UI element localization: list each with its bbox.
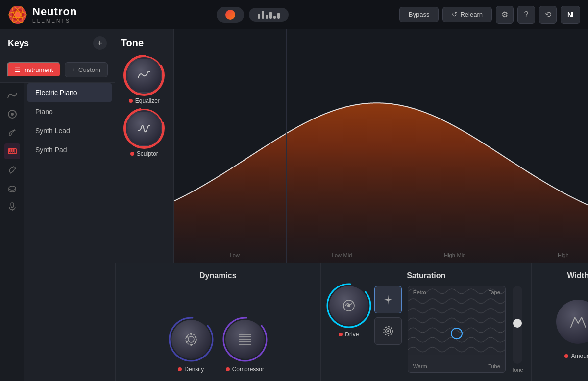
sidebar-icon-bass[interactable] [4, 162, 20, 178]
sculptor-knob[interactable] [126, 110, 162, 146]
width-title: Width [567, 271, 588, 280]
svg-point-24 [190, 333, 192, 335]
pill-bars-icon [258, 11, 280, 19]
link-button[interactable]: ⟲ [539, 6, 557, 24]
sat-cursor[interactable] [451, 328, 463, 339]
sat-labels-top: Retro Tape [408, 289, 505, 295]
tone-title: Tone [121, 37, 144, 48]
tab-instrument[interactable]: ☰ Instrument [7, 62, 61, 77]
bypass-button[interactable]: Bypass [399, 7, 439, 22]
dynamics-controls: Density [172, 286, 265, 373]
sat-type-btn-1[interactable] [374, 286, 402, 313]
drive-icon [341, 297, 357, 314]
sidebar-header: Keys + [0, 29, 115, 57]
svg-point-23 [195, 336, 196, 338]
width-panel: Width Amount [532, 263, 588, 381]
sidebar-item-electric-piano[interactable]: Electric Piano [27, 83, 112, 102]
drive-knob-wrap [329, 286, 368, 325]
svg-rect-14 [13, 149, 14, 152]
pill-dot-icon [225, 10, 235, 20]
sculptor-label-dot [130, 152, 134, 156]
equalizer-knob-inner [127, 59, 161, 92]
eq-icon [137, 68, 151, 83]
svg-point-7 [11, 113, 14, 116]
ni-logo: NI [561, 6, 580, 24]
equalizer-knob[interactable] [126, 57, 162, 94]
equalizer-knob-container: Equalizer [126, 57, 162, 104]
visualizer-pill-1[interactable] [217, 7, 244, 23]
equalizer-label: Equalizer [129, 97, 160, 104]
compressor-container: Compressor [225, 320, 265, 373]
sat-label-retro: Retro [413, 289, 426, 295]
freq-labels: Low Low-Mid High-Mid High [174, 252, 588, 258]
sidebar-item-piano[interactable]: Piano [27, 102, 112, 121]
tab-custom[interactable]: + Custom [65, 62, 107, 77]
dynamics-panel: Dynamics [115, 263, 321, 381]
eq-label-dot [129, 99, 133, 103]
add-instrument-button[interactable]: + [93, 36, 107, 50]
sidebar-icon-col [0, 83, 24, 381]
svg-point-36 [347, 304, 350, 307]
tone-slider[interactable] [513, 286, 522, 364]
plus-icon: + [72, 66, 76, 73]
density-container: Density [172, 320, 211, 373]
saturation-title: Saturation [407, 271, 445, 280]
tone-slider-label: Tone [512, 367, 523, 373]
app-name: Neutron [32, 5, 77, 18]
sculptor-label: Sculptor [130, 150, 158, 157]
amount-knob[interactable] [556, 300, 588, 344]
header-center [106, 7, 399, 23]
sidebar-icon-dial[interactable] [4, 106, 20, 122]
sidebar-icon-guitar[interactable] [4, 125, 20, 141]
svg-point-22 [186, 336, 188, 338]
sidebar-icon-drums[interactable] [4, 181, 20, 196]
width-controls: Amount [556, 286, 588, 373]
svg-point-27 [190, 344, 192, 346]
logo-text: Neutron ELEMENTS [32, 5, 77, 24]
sidebar-icon-eq[interactable] [4, 88, 20, 103]
relearn-button[interactable]: ↺ Relearn [442, 7, 492, 22]
sat-type-btn-2[interactable] [374, 317, 402, 345]
content-area: Tone [115, 29, 588, 381]
compressor-icon [237, 331, 253, 348]
drive-knob[interactable] [329, 286, 368, 325]
sculptor-icon [137, 121, 151, 136]
sidebar-icon-voice[interactable] [4, 199, 20, 215]
sidebar-body: Electric Piano Piano Synth Lead Synth Pa… [0, 83, 115, 381]
amount-label: Amount [564, 353, 588, 359]
help-button[interactable]: ? [517, 6, 535, 24]
tone-section: Tone [115, 29, 588, 263]
sidebar-list: Electric Piano Piano Synth Lead Synth Pa… [24, 83, 115, 381]
sidebar-item-synth-lead[interactable]: Synth Lead [27, 121, 112, 140]
sat-labels-bottom: Warm Tube [408, 363, 505, 369]
freq-label-low-mid: Low-Mid [332, 252, 352, 258]
saturation-content: Drive [329, 286, 523, 373]
relearn-label: Relearn [460, 11, 483, 18]
sculptor-knob-wrap [126, 110, 162, 146]
width-icon [569, 312, 588, 331]
sidebar-icon-piano[interactable] [4, 143, 20, 159]
density-knob[interactable] [172, 320, 211, 359]
visualizer-pill-2[interactable] [249, 8, 289, 22]
svg-rect-13 [11, 149, 12, 152]
settings-button[interactable]: ⚙ [496, 6, 514, 24]
freq-label-low: Low [230, 252, 240, 258]
header-right: Bypass ↺ Relearn ⚙ ? ⟲ NI [399, 6, 580, 24]
density-label: Density [178, 366, 204, 373]
compressor-label: Compressor [226, 366, 264, 373]
svg-point-20 [188, 336, 194, 342]
sat-sparkle-icon [381, 293, 395, 307]
density-icon [183, 331, 199, 348]
tone-slider-thumb [513, 319, 522, 328]
saturation-panel: Saturation [321, 263, 532, 381]
svg-point-26 [195, 341, 196, 343]
relearn-icon: ↺ [452, 11, 457, 18]
sat-label-warm: Warm [413, 363, 427, 369]
saturation-grid[interactable]: Retro Tape Warm Tube [408, 286, 506, 373]
sculptor-knob-inner [127, 112, 161, 145]
compressor-knob[interactable] [225, 320, 265, 359]
sidebar-title: Keys [8, 38, 29, 48]
main-layout: Keys + ☰ Instrument + Custom [0, 29, 588, 381]
sidebar-item-synth-pad[interactable]: Synth Pad [27, 141, 112, 159]
svg-rect-12 [9, 149, 10, 152]
